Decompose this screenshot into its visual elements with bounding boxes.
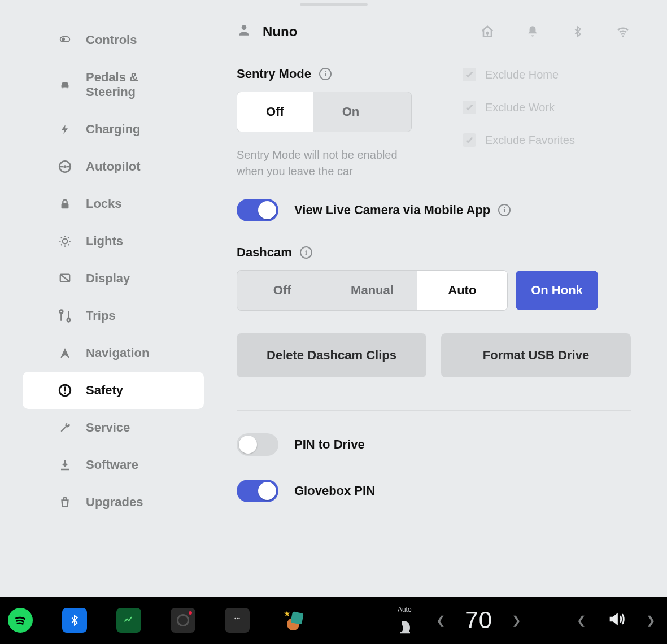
svg-point-12 [622, 36, 624, 37]
sidebar-item-software[interactable]: Software [23, 446, 204, 484]
exclude-favorites[interactable]: Exclude Favorites [463, 133, 575, 147]
main-panel: Nuno Sentry Mode i Off On Sentry Mode wi… [217, 0, 667, 597]
download-icon [58, 458, 72, 472]
temp-down[interactable]: ❮ [433, 610, 449, 630]
pin-to-drive-row: PIN to Drive [237, 433, 631, 456]
dashcam-manual-option[interactable]: Manual [327, 271, 417, 310]
sidebar-item-display[interactable]: Display [23, 260, 204, 297]
dashcam-row: Off Manual Auto On Honk [237, 270, 631, 311]
display-icon [58, 271, 72, 286]
sidebar-item-upgrades[interactable]: Upgrades [23, 484, 204, 521]
volume-icon[interactable] [605, 610, 627, 631]
toybox-app-icon[interactable]: ★ [279, 608, 304, 633]
sidebar-item-label: Pedals & Steering [86, 70, 190, 99]
live-camera-toggle[interactable] [237, 199, 278, 221]
homelink-icon[interactable] [479, 24, 495, 40]
svg-point-3 [63, 165, 66, 168]
bottom-dock: ★ Auto ❮ 70 ❯ ❮ ❯ [0, 597, 667, 644]
sidebar-item-trips[interactable]: Trips [23, 297, 204, 334]
person-icon [237, 23, 251, 41]
dashcam-off-option[interactable]: Off [237, 271, 327, 310]
lock-icon [58, 197, 72, 211]
wrench-icon [58, 420, 72, 435]
delete-dashcam-button[interactable]: Delete Dashcam Clips [237, 333, 426, 377]
pin-to-drive-label: PIN to Drive [294, 437, 365, 452]
exclude-home[interactable]: Exclude Home [463, 68, 575, 81]
sentry-off-option[interactable]: Off [237, 92, 313, 132]
topbar: Nuno [237, 23, 631, 41]
info-icon[interactable]: i [300, 246, 312, 259]
volume-down[interactable]: ❮ [573, 610, 590, 630]
sidebar-item-label: Navigation [86, 346, 149, 360]
notifications-icon[interactable] [525, 24, 540, 40]
nav-icon [58, 346, 72, 360]
sidebar: Controls Pedals & Steering Charging Auto… [0, 0, 217, 597]
cabin-temperature[interactable]: 70 [465, 607, 492, 634]
sidebar-item-label: Safety [86, 383, 123, 398]
glovebox-pin-toggle[interactable] [237, 480, 278, 502]
svg-point-11 [242, 25, 247, 30]
driver-seat-heater[interactable]: Auto [392, 603, 417, 637]
pin-to-drive-toggle[interactable] [237, 433, 278, 456]
dashcam-on-honk-option[interactable]: On Honk [516, 271, 598, 310]
check-icon [463, 68, 476, 81]
svg-point-10 [64, 392, 66, 394]
sidebar-item-charging[interactable]: Charging [23, 111, 204, 148]
svg-point-14 [237, 618, 238, 619]
svg-rect-4 [62, 203, 69, 208]
dashcam-title: Dashcam [237, 245, 292, 260]
svg-point-8 [67, 319, 70, 321]
live-camera-row: View Live Camera via Mobile App i [237, 199, 631, 221]
sidebar-item-pedals-steering[interactable]: Pedals & Steering [23, 59, 204, 111]
sidebar-item-safety[interactable]: Safety [23, 372, 204, 409]
volume-up[interactable]: ❯ [643, 610, 659, 630]
info-icon[interactable]: i [319, 68, 332, 80]
trips-icon [58, 308, 72, 323]
drag-handle[interactable] [300, 3, 368, 6]
exclude-home-label: Exclude Home [485, 68, 559, 81]
glovebox-pin-label: Glovebox PIN [294, 484, 375, 498]
car-icon [58, 77, 72, 92]
bag-icon [58, 495, 72, 510]
sidebar-item-service[interactable]: Service [23, 409, 204, 446]
format-usb-button[interactable]: Format USB Drive [441, 333, 631, 377]
exclude-work[interactable]: Exclude Work [463, 101, 575, 114]
svg-point-5 [63, 239, 68, 244]
temp-up[interactable]: ❯ [508, 610, 525, 630]
sidebar-item-navigation[interactable]: Navigation [23, 334, 204, 372]
sidebar-item-label: Charging [86, 122, 141, 137]
sidebar-item-locks[interactable]: Locks [23, 185, 204, 223]
sentry-excludes: Exclude Home Exclude Work Exclude Favori… [463, 67, 575, 147]
camera-app-icon[interactable] [171, 608, 195, 633]
sidebar-item-label: Upgrades [86, 495, 143, 510]
bolt-icon [58, 122, 72, 137]
sidebar-item-controls[interactable]: Controls [23, 21, 204, 59]
sidebar-item-label: Service [86, 420, 130, 435]
dashcam-auto-option[interactable]: Auto [417, 271, 507, 310]
sentry-segment: Off On [237, 92, 412, 132]
live-camera-label: View Live Camera via Mobile App [294, 203, 490, 217]
toggle-icon [58, 33, 72, 47]
wifi-icon[interactable] [615, 24, 631, 40]
profile-selector[interactable]: Nuno [237, 23, 297, 41]
info-icon[interactable]: i [498, 204, 511, 216]
sidebar-item-label: Controls [86, 33, 137, 47]
sidebar-item-label: Lights [86, 234, 123, 249]
exclude-favorites-label: Exclude Favorites [485, 134, 575, 147]
exclude-work-label: Exclude Work [485, 101, 555, 114]
sidebar-item-autopilot[interactable]: Autopilot [23, 148, 204, 185]
spotify-app-icon[interactable] [8, 608, 33, 633]
alert-icon [58, 383, 72, 398]
sentry-on-option[interactable]: On [313, 92, 389, 132]
lights-icon [58, 234, 72, 249]
glovebox-pin-row: Glovebox PIN [237, 480, 631, 502]
check-icon [463, 133, 476, 147]
sidebar-item-lights[interactable]: Lights [23, 223, 204, 260]
sidebar-item-label: Software [86, 458, 138, 472]
sentry-helper: Sentry Mode will not be enabled when you… [237, 147, 412, 180]
profile-name: Nuno [263, 24, 297, 40]
bluetooth-icon[interactable] [570, 24, 586, 40]
more-apps-icon[interactable] [225, 608, 250, 633]
stocks-app-icon[interactable] [116, 608, 141, 633]
bluetooth-app-icon[interactable] [62, 608, 87, 633]
